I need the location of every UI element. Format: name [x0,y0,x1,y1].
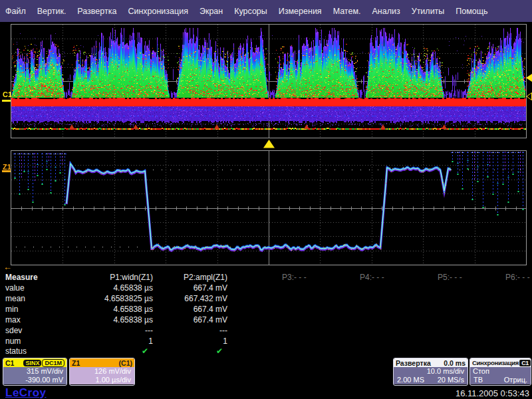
measure-p6-header[interactable]: P6:- - - [505,273,530,282]
c1-volts-per-div: 315 mV/div [3,367,66,376]
menu-item-analysis[interactable]: Анализ [372,7,400,16]
row-label: mean [5,294,25,303]
row-label: status [5,346,27,356]
measure-max-row: max 4.65838 µs 667.4 mV [0,315,532,326]
p1-num: 1 [74,336,153,346]
menu-item-file[interactable]: Файл [5,7,26,16]
trigger-header: Синхронизация C1 [470,358,531,367]
z1-box-header: Z1 (C1) [70,358,134,367]
zoom-z1-descriptor-box[interactable]: Z1 (C1) 126 mV/div 1.00 µs/div [69,358,135,386]
row-label: max [5,315,21,325]
c1-coupling-badge: DC1M [42,359,65,367]
measure-p1-header[interactable]: P1:widn(Z1) [74,273,153,282]
trigger-time-marker-icon[interactable] [263,140,275,148]
row-label: sdev [5,326,22,335]
p1-value: 4.65838 µs [74,283,153,293]
zoom-trace-grid[interactable] [11,150,527,265]
p1-max: 4.65838 µs [74,315,153,325]
lecroy-logo: LeCroy [5,386,47,399]
measure-title: Measure [5,273,38,282]
p2-status-check-icon: ✔ [216,346,223,356]
menu-item-timebase[interactable]: Развертка [77,7,116,16]
measure-p4-header[interactable]: P4:- - - [360,273,384,282]
channel-c1-label: C1 [3,90,12,98]
menu-item-trigger[interactable]: Синхронизация [128,7,188,16]
timebase-header: Развертка 0.0 ms [394,358,467,367]
timebase-title: Развертка [396,359,431,367]
trigger-level-marker-icon[interactable] [526,74,532,82]
menu-item-help[interactable]: Помощь [456,7,487,16]
timebase-descriptor-box[interactable]: Развертка 0.0 ms 10.0 ms/div 2.00 MS 20 … [393,358,468,386]
p1-sdev: --- [74,326,153,335]
timebase-samples: 2.00 MS [397,376,424,384]
measure-p2-header[interactable]: P2:ampl(Z1) [157,273,227,282]
p2-min: 667.4 mV [157,305,227,314]
zoom-z1-zero-marker[interactable] [2,170,11,172]
measure-value-row: value 4.65838 µs 667.4 mV [0,283,532,294]
trigger-type: ТВ [473,376,483,384]
measure-num-row: num 1 1 [0,336,532,347]
c1-sinx-badge: SINX [23,360,41,366]
secondary-level-marker-icon[interactable] [526,92,532,100]
p1-mean: 4.6583825 µs [74,294,153,303]
p2-value: 667.4 mV [157,283,227,293]
menu-item-display[interactable]: Экран [200,7,223,16]
c1-box-header: C1 SINX DC1M [3,358,66,367]
p2-max: 667.4 mV [157,315,227,325]
z1-source: (C1) [119,359,132,367]
channel-c1-descriptor-box[interactable]: C1 SINX DC1M 315 mV/div -390.00 mV [3,358,67,386]
timebase-rate: 20 MS/s [438,376,464,384]
trigger-title: Синхронизация [472,359,519,366]
p2-num: 1 [157,336,227,346]
p2-mean: 667.432 mV [157,294,227,303]
timebase-offset: 0.0 ms [444,359,466,367]
menu-item-measure[interactable]: Измерения [279,7,322,16]
timebase-scale: 10.0 ms/div [394,367,467,376]
row-label: min [5,305,18,314]
row-label: num [5,336,21,346]
menu-item-math[interactable]: Матем. [333,7,361,16]
p1-status-check-icon: ✔ [142,346,148,356]
measure-mean-row: mean 4.6583825 µs 667.432 mV [0,294,532,305]
measure-status-row: status ✔ ✔ [0,346,532,357]
measure-header-row: Measure P1:widn(Z1) P2:ampl(Z1) P3:- - -… [0,273,532,283]
persistence-display-grid[interactable] [11,24,527,138]
channel-c1-zero-marker[interactable] [2,100,11,102]
trigger-mode: Стоп [470,367,531,376]
trigger-descriptor-box[interactable]: Синхронизация C1 Стоп ТВ Отриц. [469,358,531,386]
row-label: value [5,283,25,293]
scroll-left-arrow-icon[interactable]: ← [3,263,12,271]
c1-offset: -390.00 mV [3,376,66,384]
measure-p3-header[interactable]: P3:- - - [282,273,307,282]
p2-sdev: --- [157,326,227,335]
c1-box-title: C1 [5,359,14,367]
datetime-display: 16.11.2005 0:53:43 [456,388,529,398]
oscilloscope-screen: Файл Вертик. Развертка Синхронизация Экр… [0,0,532,399]
menu-bar: Файл Вертик. Развертка Синхронизация Экр… [0,0,532,22]
measure-sdev-row: sdev --- --- [0,326,532,336]
z1-volts-per-div: 126 mV/div [70,367,134,376]
z1-box-title: Z1 [72,359,80,367]
measure-p5-header[interactable]: P5:- - - [438,273,462,282]
trigger-source-badge: C1 [519,360,531,366]
trigger-slope: Отриц. [504,376,527,384]
menu-item-utilities[interactable]: Утилиты [412,7,445,16]
z1-time-per-div: 1.00 µs/div [70,376,134,384]
measure-min-row: min 4.65838 µs 667.4 mV [0,305,532,315]
p1-min: 4.65838 µs [74,305,153,314]
menu-item-cursors[interactable]: Курсоры [234,7,267,16]
menu-item-vertical[interactable]: Вертик. [37,7,66,16]
